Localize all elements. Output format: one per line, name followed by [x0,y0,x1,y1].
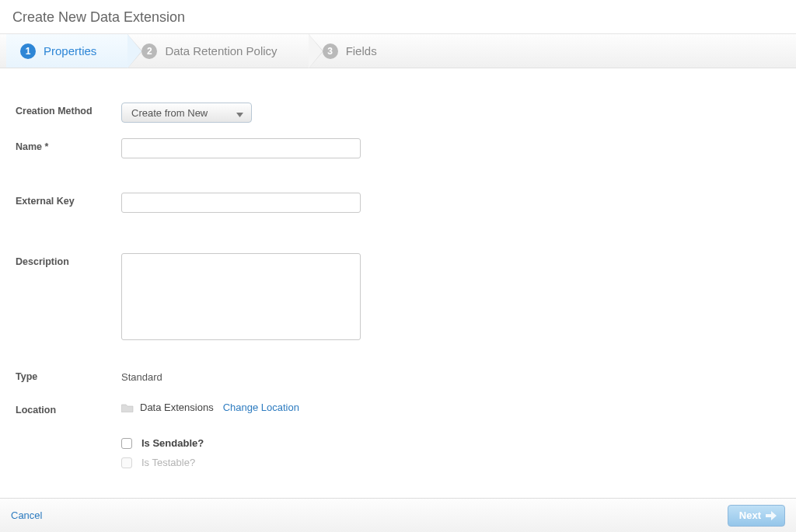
row-description: Description [16,253,780,340]
flags-spacer [16,437,109,440]
name-label: Name * [16,138,109,152]
sendable-checkbox[interactable] [121,438,132,449]
external-key-input[interactable] [121,193,361,213]
properties-form: Creation Method Create from New Name * E… [0,68,796,507]
chevron-down-icon [236,108,243,120]
row-name: Name * [16,138,780,158]
step-3-label: Fields [346,44,377,57]
folder-icon [121,402,134,412]
change-location-link[interactable]: Change Location [223,402,299,413]
step-fields[interactable]: 3 Fields [309,34,408,68]
step-3-number: 3 [323,43,338,59]
description-label: Description [16,253,109,267]
row-flags: Is Sendable? Is Testable? [16,437,780,476]
wizard-step-bar: 1 Properties 2 Data Retention Policy 3 F… [0,34,796,68]
type-label: Type [16,368,109,382]
creation-method-value: Create from New [131,107,208,119]
creation-method-dropdown[interactable]: Create from New [121,103,252,123]
description-textarea[interactable] [121,253,361,340]
name-input[interactable] [121,138,361,158]
dialog-footer: Cancel Next [0,498,796,532]
row-external-key: External Key [16,193,780,213]
next-button[interactable]: Next [728,505,785,527]
arrow-right-icon [766,511,777,520]
testable-checkbox [121,457,132,468]
step-data-retention[interactable]: 2 Data Retention Policy [127,34,308,68]
sendable-label: Is Sendable? [141,437,204,449]
step-1-number: 1 [20,43,36,59]
step-1-label: Properties [44,44,96,57]
creation-method-label: Creation Method [16,103,109,116]
step-properties[interactable]: 1 Properties [6,34,127,68]
step-2-number: 2 [141,43,157,59]
step-2-label: Data Retention Policy [165,44,277,57]
row-location: Location Data Extensions Change Location [16,402,780,416]
external-key-label: External Key [16,193,109,207]
cancel-button[interactable]: Cancel [11,509,42,521]
dialog-title: Create New Data Extension [0,0,796,34]
location-label: Location [16,402,109,416]
next-label: Next [739,509,761,521]
row-creation-method: Creation Method Create from New [16,103,780,123]
row-type: Type Standard [16,368,780,383]
testable-label: Is Testable? [141,457,195,468]
type-value: Standard [121,368,162,383]
location-folder: Data Extensions [140,402,214,413]
sendable-row: Is Sendable? [121,437,204,449]
testable-row: Is Testable? [121,457,204,468]
